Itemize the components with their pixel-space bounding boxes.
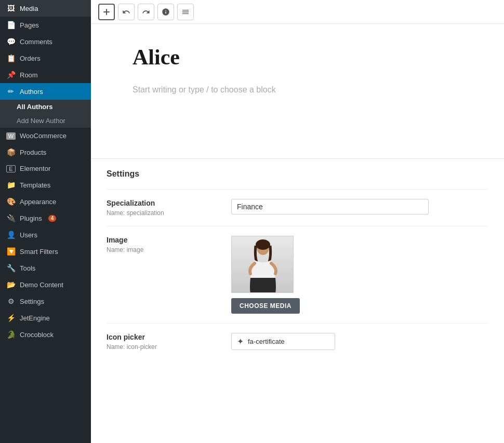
sidebar-label-templates: Templates <box>20 181 50 189</box>
image-row: Image Name: image <box>107 226 488 323</box>
sidebar-item-room[interactable]: 📌 Room <box>0 66 91 83</box>
plugins-badge: 4 <box>48 215 57 222</box>
plugins-icon: 🔌 <box>6 214 16 222</box>
jetengine-icon: ⚡ <box>6 314 16 322</box>
smart-filters-icon: 🔽 <box>6 247 16 256</box>
info-button[interactable] <box>157 4 174 20</box>
main-content: Alice Start writing or type / to choose … <box>91 0 504 443</box>
sidebar-item-plugins[interactable]: 🔌 Plugins 4 <box>0 210 91 226</box>
sidebar-item-smart-filters[interactable]: 🔽 Smart Filters <box>0 243 91 260</box>
comments-icon: 💬 <box>6 37 16 46</box>
editor-toolbar <box>91 0 504 24</box>
icon-picker-row: Icon picker Name: icon-picker ✦ fa-certi… <box>107 323 488 360</box>
choose-media-button[interactable]: CHOOSE MEDIA <box>231 298 300 314</box>
sidebar-label-comments: Comments <box>20 38 52 46</box>
sidebar-label-room: Room <box>20 71 38 79</box>
sidebar-label-elementor: Elementor <box>20 165 50 172</box>
authors-submenu: All Authors Add New Author <box>0 100 91 128</box>
image-sublabel: Name: image <box>107 246 221 253</box>
sidebar-label-settings: Settings <box>20 298 44 305</box>
elementor-icon: E <box>6 165 16 172</box>
sidebar-label-products: Products <box>20 149 46 156</box>
sidebar-label-demo-content: Demo Content <box>20 281 63 289</box>
sidebar-item-authors[interactable]: ✏ Authors <box>0 83 91 100</box>
appearance-icon: 🎨 <box>6 197 16 206</box>
media-icon: 🖼 <box>6 4 16 12</box>
undo-button[interactable] <box>118 4 135 20</box>
users-icon: 👤 <box>6 231 16 239</box>
specialization-row: Specialization Name: specialization <box>107 189 488 226</box>
sidebar-item-elementor[interactable]: E Elementor <box>0 160 91 177</box>
orders-icon: 📋 <box>6 54 16 62</box>
sidebar-sub-add-new-author[interactable]: Add New Author <box>0 114 91 128</box>
icon-picker-control[interactable]: ✦ fa-certificate <box>231 333 335 350</box>
sidebar-item-settings[interactable]: ⚙ Settings <box>0 293 91 310</box>
redo-button[interactable] <box>138 4 154 20</box>
room-icon: 📌 <box>6 71 16 79</box>
pages-icon: 📄 <box>6 21 16 29</box>
sidebar-label-tools: Tools <box>20 264 35 272</box>
sidebar-label-appearance: Appearance <box>20 198 56 206</box>
sidebar-item-demo-content[interactable]: 📂 Demo Content <box>0 276 91 293</box>
sidebar-label-authors: Authors <box>20 88 43 96</box>
sidebar-item-crocoblock[interactable]: 🐊 Crocoblock <box>0 326 91 343</box>
sidebar-item-products[interactable]: 📦 Products <box>0 144 91 160</box>
sidebar-label-pages: Pages <box>20 21 39 29</box>
sidebar-item-users[interactable]: 👤 Users <box>0 226 91 243</box>
settings-heading: Settings <box>107 169 488 179</box>
add-block-button[interactable] <box>98 4 115 20</box>
sidebar-item-appearance[interactable]: 🎨 Appearance <box>0 193 91 210</box>
sidebar-label-users: Users <box>20 231 37 239</box>
sidebar-item-media[interactable]: 🖼 Media <box>0 0 91 17</box>
sidebar-label-crocoblock: Crocoblock <box>20 331 54 339</box>
sidebar-item-comments[interactable]: 💬 Comments <box>0 33 91 50</box>
sidebar-item-templates[interactable]: 📁 Templates <box>0 177 91 193</box>
editor-area[interactable]: Alice Start writing or type / to choose … <box>91 24 504 159</box>
sidebar-label-plugins: Plugins <box>20 214 42 222</box>
image-label: Image <box>107 236 221 244</box>
editor-placeholder: Start writing or type / to choose a bloc… <box>132 85 462 95</box>
demo-content-icon: 📂 <box>6 280 16 289</box>
crocoblock-icon: 🐊 <box>6 330 16 339</box>
icon-picker-symbol: ✦ <box>237 337 244 346</box>
authors-icon: ✏ <box>6 87 16 96</box>
settings-panel: Settings Specialization Name: specializa… <box>91 159 504 370</box>
icon-picker-label: Icon picker <box>107 333 221 341</box>
icon-picker-sublabel: Name: icon-picker <box>107 343 221 351</box>
svg-point-3 <box>256 239 270 250</box>
templates-icon: 📁 <box>6 181 16 189</box>
sidebar-item-tools[interactable]: 🔧 Tools <box>0 260 91 276</box>
sidebar-label-orders: Orders <box>20 55 41 62</box>
specialization-label: Specialization <box>107 199 221 207</box>
sidebar-label-media: Media <box>20 5 38 12</box>
products-icon: 📦 <box>6 148 16 156</box>
specialization-input[interactable] <box>231 199 429 214</box>
sidebar-sub-all-authors[interactable]: All Authors <box>0 100 91 114</box>
sidebar-label-jetengine: JetEngine <box>20 314 50 322</box>
sidebar-item-orders[interactable]: 📋 Orders <box>0 50 91 66</box>
woocommerce-icon: W <box>6 132 16 140</box>
sidebar: 🖼 Media 📄 Pages 💬 Comments 📋 Orders 📌 Ro… <box>0 0 91 443</box>
sidebar-item-jetengine[interactable]: ⚡ JetEngine <box>0 310 91 326</box>
sidebar-label-smart-filters: Smart Filters <box>20 248 58 256</box>
menu-button[interactable] <box>177 4 194 20</box>
specialization-sublabel: Name: specialization <box>107 209 221 217</box>
icon-picker-value: fa-certificate <box>248 338 285 345</box>
tools-icon: 🔧 <box>6 264 16 272</box>
settings-icon: ⚙ <box>6 297 16 305</box>
sidebar-item-woocommerce[interactable]: W WooCommerce <box>0 128 91 144</box>
sidebar-item-pages[interactable]: 📄 Pages <box>0 17 91 33</box>
image-preview <box>231 236 294 293</box>
page-title[interactable]: Alice <box>132 45 462 70</box>
sidebar-label-woocommerce: WooCommerce <box>20 132 67 140</box>
